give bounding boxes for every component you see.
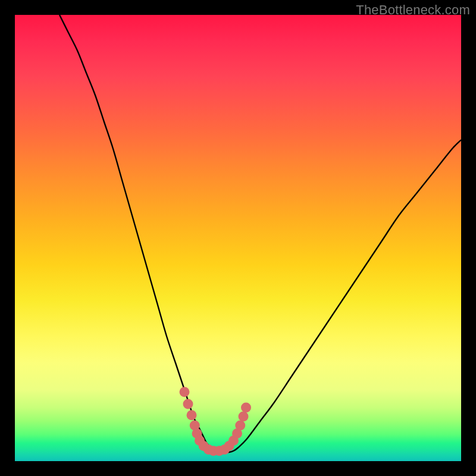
watermark-text: TheBottleneck.com: [356, 2, 470, 18]
plot-area: [15, 15, 461, 461]
chart-frame: TheBottleneck.com: [0, 0, 476, 476]
